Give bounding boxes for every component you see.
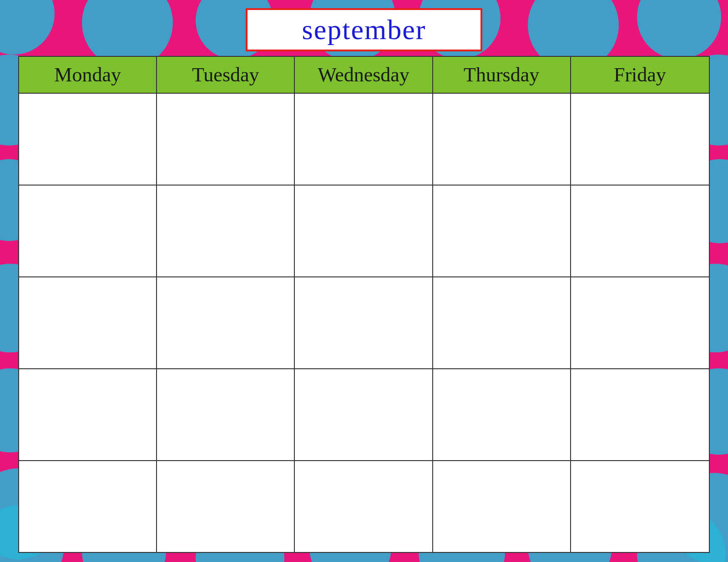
- header-wednesday: Wednesday: [295, 57, 433, 93]
- calendar-row: [19, 277, 709, 369]
- cell-r1c1[interactable]: [19, 94, 157, 185]
- cell-r3c5[interactable]: [571, 277, 709, 368]
- cell-r1c3[interactable]: [295, 94, 433, 185]
- cell-r2c1[interactable]: [19, 186, 157, 276]
- cell-r1c2[interactable]: [157, 94, 295, 185]
- calendar-row: [19, 186, 709, 277]
- header-tuesday: Tuesday: [157, 57, 295, 93]
- cell-r5c5[interactable]: [571, 461, 709, 552]
- calendar-body: [19, 94, 709, 552]
- cell-r1c4[interactable]: [433, 94, 571, 185]
- calendar-row: [19, 369, 709, 461]
- cell-r2c2[interactable]: [157, 186, 295, 276]
- cell-r2c5[interactable]: [571, 186, 709, 276]
- title-container: september: [246, 8, 482, 51]
- cell-r4c4[interactable]: [433, 369, 571, 460]
- header-thursday: Thursday: [433, 57, 571, 93]
- cell-r4c1[interactable]: [19, 369, 157, 460]
- cell-r3c1[interactable]: [19, 277, 157, 368]
- page-wrapper: september Monday Tuesday Wednesday Thurs…: [0, 0, 728, 562]
- cell-r5c4[interactable]: [433, 461, 571, 552]
- cell-r3c2[interactable]: [157, 277, 295, 368]
- cell-r4c2[interactable]: [157, 369, 295, 460]
- cell-r3c4[interactable]: [433, 277, 571, 368]
- calendar-header: Monday Tuesday Wednesday Thursday Friday: [19, 57, 709, 94]
- cell-r1c5[interactable]: [571, 94, 709, 185]
- calendar: Monday Tuesday Wednesday Thursday Friday: [18, 56, 710, 553]
- cell-r5c3[interactable]: [295, 461, 433, 552]
- cell-r4c3[interactable]: [295, 369, 433, 460]
- cell-r3c3[interactable]: [295, 277, 433, 368]
- header-monday: Monday: [19, 57, 157, 93]
- cell-r4c5[interactable]: [571, 369, 709, 460]
- calendar-row: [19, 461, 709, 552]
- cell-r2c3[interactable]: [295, 186, 433, 276]
- cell-r5c1[interactable]: [19, 461, 157, 552]
- header-friday: Friday: [571, 57, 709, 93]
- calendar-row: [19, 94, 709, 186]
- title-box: september: [246, 8, 482, 51]
- cell-r5c2[interactable]: [157, 461, 295, 552]
- month-title: september: [302, 14, 426, 45]
- cell-r2c4[interactable]: [433, 186, 571, 276]
